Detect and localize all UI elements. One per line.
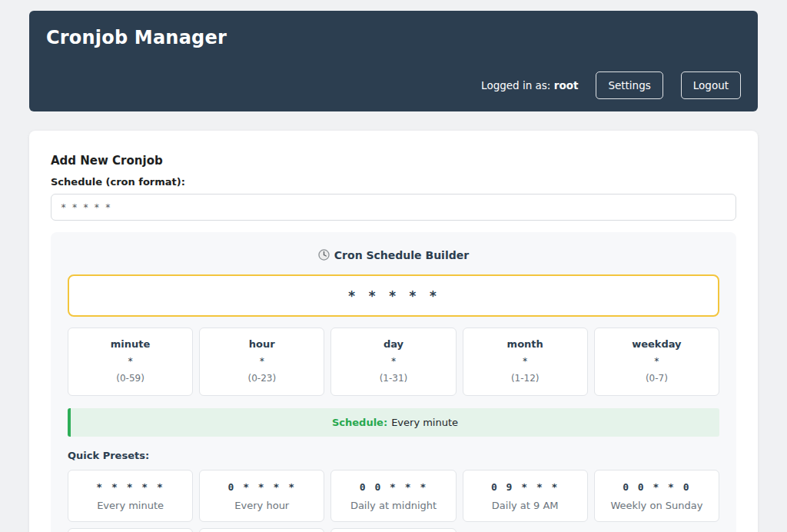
field-value: * [206, 356, 317, 367]
preset-monthly-first[interactable]: 0 0 1 * * [68, 528, 193, 532]
preset-description: Daily at 9 AM [468, 500, 583, 511]
logged-in-status: Logged in as: root [481, 79, 578, 91]
field-range: (0-7) [601, 373, 712, 384]
cron-fields-grid: minute * (0-59) hour * (0-23) day * (1-3… [68, 328, 719, 396]
schedule-description-banner: Schedule:Every minute [68, 408, 719, 437]
preset-expression: 0 0 * * 0 [599, 481, 714, 493]
clock-icon [318, 249, 330, 261]
logged-in-label: Logged in as: [481, 79, 550, 91]
field-label: weekday [601, 338, 712, 350]
preset-weekly-sunday[interactable]: 0 0 * * 0 Weekly on Sunday [594, 470, 719, 522]
quick-presets-label: Quick Presets: [68, 450, 719, 461]
preset-daily-9am[interactable]: 0 9 * * * Daily at 9 AM [463, 470, 588, 522]
preset-description: Weekly on Sunday [599, 500, 714, 511]
app-header: Cronjob Manager Logged in as: root Setti… [29, 11, 758, 111]
schedule-label: Schedule (cron format): [51, 176, 736, 188]
field-label: hour [206, 338, 317, 350]
cron-field-month[interactable]: month * (1-12) [463, 328, 588, 396]
preset-every-minute[interactable]: * * * * * Every minute [68, 470, 193, 522]
preset-every-5-minutes[interactable]: */5 * * * * [199, 528, 324, 532]
preset-expression: * * * * * [73, 481, 188, 493]
preset-daily-midnight[interactable]: 0 0 * * * Daily at midnight [330, 470, 456, 522]
preset-description: Every hour [204, 500, 319, 511]
cron-field-day[interactable]: day * (1-31) [330, 328, 456, 396]
builder-title: Cron Schedule Builder [68, 249, 719, 261]
preset-description: Daily at midnight [336, 500, 450, 511]
header-user-row: Logged in as: root Settings Logout [46, 71, 741, 99]
add-cronjob-card: Add New Cronjob Schedule (cron format): … [29, 131, 758, 532]
field-range: (1-12) [470, 373, 581, 384]
schedule-banner-text: Every minute [391, 417, 458, 428]
preset-every-hour[interactable]: 0 * * * * Every hour [199, 470, 324, 522]
logout-button[interactable]: Logout [681, 71, 741, 99]
field-range: (1-31) [337, 373, 449, 384]
cron-field-weekday[interactable]: weekday * (0-7) [594, 328, 719, 396]
field-value: * [75, 356, 186, 367]
settings-button[interactable]: Settings [596, 71, 662, 99]
cron-builder-panel: Cron Schedule Builder * * * * * minute *… [51, 232, 736, 532]
preset-expression: 0 9 * * * [468, 481, 583, 493]
preset-every-15-minutes[interactable]: */15 * * * * [330, 528, 456, 532]
builder-title-text: Cron Schedule Builder [334, 249, 469, 261]
field-label: minute [75, 338, 186, 350]
preset-expression: 0 0 * * * [336, 481, 450, 493]
cron-field-hour[interactable]: hour * (0-23) [199, 328, 324, 396]
schedule-banner-prefix: Schedule: [332, 417, 387, 428]
field-range: (0-59) [75, 373, 186, 384]
field-label: month [470, 338, 581, 350]
preset-description: Every minute [73, 500, 188, 511]
schedule-input[interactable] [51, 194, 736, 221]
cron-field-minute[interactable]: minute * (0-59) [68, 328, 193, 396]
field-value: * [470, 356, 581, 367]
cron-expression-display[interactable]: * * * * * [68, 274, 719, 317]
app-title: Cronjob Manager [46, 27, 741, 48]
field-value: * [337, 356, 449, 367]
field-label: day [337, 338, 449, 350]
card-title: Add New Cronjob [51, 154, 736, 168]
presets-grid: * * * * * Every minute 0 * * * * Every h… [68, 470, 719, 532]
username: root [554, 79, 579, 91]
field-range: (0-23) [206, 373, 317, 384]
preset-expression: 0 * * * * [204, 481, 319, 493]
field-value: * [601, 356, 712, 367]
